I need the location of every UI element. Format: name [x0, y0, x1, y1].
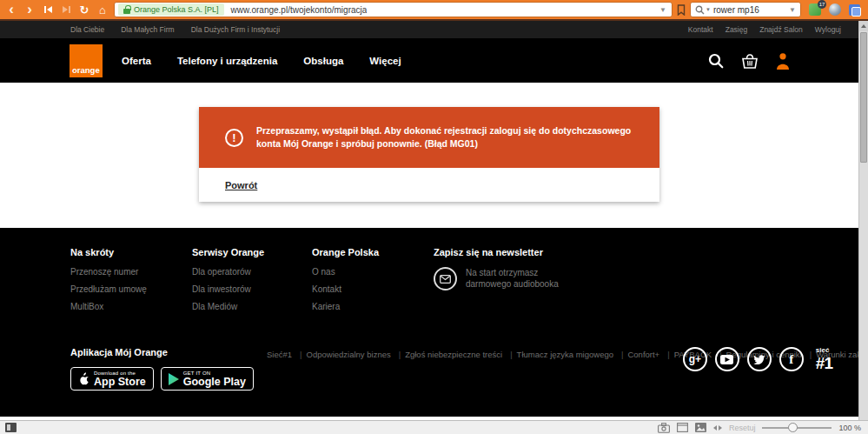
apple-icon — [78, 372, 89, 386]
social-icons: g+ f sieć #1 — [683, 347, 832, 371]
footer-link[interactable]: Kontakt — [312, 284, 434, 294]
skip-to-last-button[interactable] — [59, 2, 73, 17]
utility-nav-link[interactable]: Dla Ciebie — [70, 25, 104, 34]
footer-link[interactable]: MultiBox — [70, 302, 192, 311]
back-link[interactable]: Powrót — [225, 180, 257, 190]
network-badge-big: #1 — [816, 355, 832, 371]
search-box[interactable]: ▼ rower mp16 ▼ — [690, 2, 801, 17]
footer-link[interactable]: O nas — [312, 267, 434, 277]
utility-nav-link[interactable]: Zasięg — [726, 25, 748, 34]
back-button[interactable]: ‹ — [4, 2, 18, 17]
app-block: Aplikacja Mój Orange Download on the App… — [70, 347, 244, 391]
search-input[interactable]: rower mp16 — [713, 5, 786, 15]
legal-link[interactable]: Odpowiedzialny biznes — [307, 350, 406, 359]
twitter-icon[interactable] — [747, 347, 772, 371]
site-identity-badge[interactable]: Orange Polska S.A. [PL] — [118, 3, 224, 16]
footer-column-title: Na skróty — [70, 247, 192, 257]
window-capture-icon[interactable] — [677, 423, 688, 432]
youtube-icon[interactable] — [715, 347, 739, 371]
legal-link[interactable]: Tłumacz języka migowego — [517, 350, 628, 359]
zoom-reset-button[interactable]: Resetuj — [729, 424, 756, 432]
footer-link[interactable]: Dla inwestorów — [192, 284, 312, 294]
padlock-icon — [123, 9, 130, 14]
webpage: Dla CiebieDla Małych FirmDla Dużych Firm… — [0, 21, 858, 420]
store-badges: Download on the App Store GET IT ON Goog… — [70, 367, 244, 391]
badge-store-name: Google Play — [183, 377, 246, 388]
orange-logo[interactable]: orange — [70, 44, 103, 77]
footer-column-title: Orange Polska — [312, 247, 434, 257]
footer-link[interactable]: Przenoszę numer — [70, 267, 192, 277]
utility-nav-account: KontaktZasięgZnajdź SalonWyloguj — [676, 25, 841, 34]
main-nav: OfertaTelefony i urządzeniaObsługaWięcej — [122, 56, 427, 66]
network-number-one-badge: sieć #1 — [816, 347, 832, 371]
envelope-icon — [434, 267, 457, 290]
legal-links: Sieć#1Odpowiedzialny biznesZgłoś niebezp… — [267, 347, 630, 362]
screenshot-camera-icon[interactable] — [658, 423, 670, 433]
status-bar: Resetuj 100 % — [0, 420, 868, 434]
zoom-slider[interactable] — [762, 427, 832, 429]
image-icon[interactable] — [695, 423, 706, 432]
error-card: ! Przepraszamy, wystąpił błąd. Aby dokon… — [199, 107, 659, 202]
facebook-icon[interactable]: f — [779, 347, 804, 371]
account-icon[interactable] — [775, 52, 791, 70]
scrollbar-thumb[interactable] — [860, 32, 867, 163]
statusbar-app-icon[interactable] — [5, 423, 17, 432]
error-icon: ! — [225, 129, 243, 147]
statusbar-right-cluster: Resetuj 100 % — [658, 423, 861, 433]
newsletter-signup[interactable]: Na start otrzymasz darmowego audiobooka — [434, 267, 625, 290]
newsletter-block: Zapisz się na newsletter Na start otrzym… — [434, 247, 625, 319]
zoom-slider-knob[interactable] — [788, 423, 798, 432]
google-play-badge[interactable]: GET IT ON Google Play — [161, 367, 254, 391]
footer-link[interactable]: Przedłużam umowę — [70, 284, 192, 294]
search-icon[interactable] — [707, 52, 725, 70]
footer-link[interactable]: Dla Mediów — [192, 302, 312, 311]
badge-tagline: GET IT ON — [183, 371, 246, 376]
newsletter-title: Zapisz się na newsletter — [434, 247, 625, 257]
scrollbar-up-button[interactable] — [859, 21, 868, 31]
orange-logo-text: orange — [72, 65, 100, 75]
utility-nav: Dla CiebieDla Małych FirmDla Dużych Firm… — [0, 21, 858, 38]
utility-nav-segments: Dla CiebieDla Małych FirmDla Dużych Firm… — [70, 25, 296, 34]
extension-icon-translator[interactable] — [849, 4, 860, 16]
reload-icon[interactable]: ↻ — [77, 2, 91, 17]
app-store-badge[interactable]: Download on the App Store — [70, 367, 154, 391]
main-content: ! Przepraszamy, wystąpił błąd. Aby dokon… — [0, 83, 858, 228]
footer-column-services: Serwisy Orange Dla operatorówDla inwesto… — [192, 247, 312, 319]
utility-nav-link[interactable]: Dla Małych Firm — [121, 25, 174, 34]
utility-nav-link[interactable]: Znajdź Salon — [759, 25, 803, 34]
forward-button[interactable]: › — [23, 2, 36, 17]
browser-window: ‹ › ↻ ⌂ Orange Polska S.A. [PL] www.oran… — [0, 0, 868, 434]
google-plus-icon[interactable]: g+ — [683, 347, 707, 371]
basket-icon[interactable] — [739, 52, 760, 70]
address-bar[interactable]: Orange Polska S.A. [PL] www.orange.pl/tw… — [114, 2, 673, 17]
main-nav-item[interactable]: Więcej — [369, 56, 401, 66]
main-nav-item[interactable]: Telefony i urządzenia — [177, 56, 277, 66]
utility-nav-link[interactable]: Dla Dużych Firm i Instytucji — [191, 25, 281, 34]
urlbar-dropdown-icon[interactable]: ▼ — [658, 6, 668, 14]
footer-column-company: Orange Polska O nasKontaktKariera — [312, 247, 434, 319]
scrollbar[interactable] — [858, 21, 868, 420]
zoom-step-arrows[interactable] — [713, 425, 722, 431]
search-dropdown-icon[interactable]: ▼ — [789, 6, 796, 14]
footer-link[interactable]: Kariera — [312, 302, 434, 311]
zoom-level-label: 100 % — [838, 424, 861, 432]
extension-icon-globe[interactable] — [829, 3, 841, 16]
site-identity-label: Orange Polska S.A. [PL] — [134, 5, 219, 14]
site-footer: Na skróty Przenoszę numerPrzedłużam umow… — [0, 228, 858, 417]
utility-nav-link[interactable]: Wyloguj — [815, 25, 841, 34]
legal-link[interactable]: Zgłoś niebezpieczne treści — [405, 350, 516, 359]
main-nav-item[interactable]: Obsługa — [303, 56, 343, 66]
footer-link[interactable]: Dla operatorów — [192, 267, 312, 277]
main-nav-item[interactable]: Oferta — [122, 56, 151, 66]
home-icon[interactable]: ⌂ — [96, 2, 109, 17]
network-badge-small: sieć — [816, 347, 832, 354]
utility-nav-link[interactable]: Kontakt — [688, 25, 713, 34]
bookmark-icon[interactable] — [677, 4, 686, 16]
extension-badge: 17 — [818, 0, 826, 9]
play-triangle-icon — [169, 373, 179, 385]
search-engine-icon[interactable]: ▼ — [695, 5, 711, 15]
legal-link[interactable]: Confort+ — [627, 350, 673, 359]
legal-link[interactable]: Sieć#1 — [267, 350, 307, 359]
skip-to-first-button[interactable] — [41, 2, 55, 17]
extension-icon-adblocker[interactable]: 17 — [809, 3, 821, 16]
